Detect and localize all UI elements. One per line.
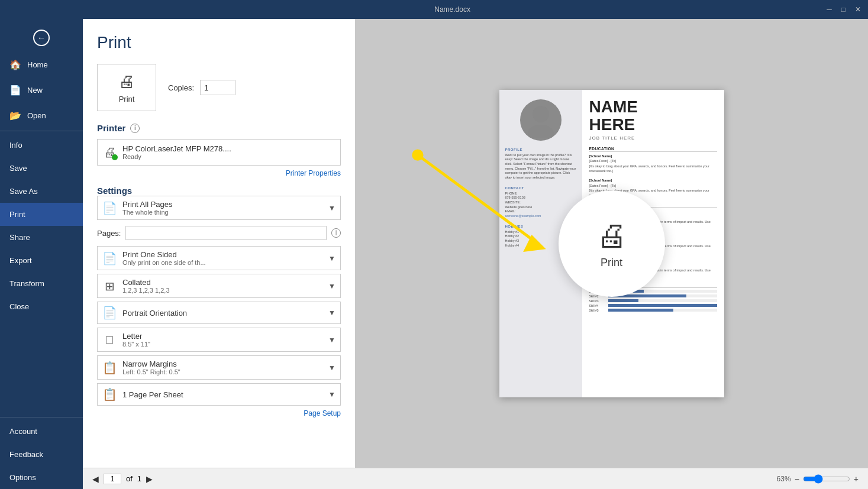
window-controls[interactable]: ─ □ ✕: [827, 5, 861, 14]
dropdown-text: Narrow Margins Left: 0.5" Right: 0.5": [122, 360, 322, 375]
open-icon: 📂: [9, 110, 21, 121]
print-title: Print: [97, 33, 341, 52]
sidebar-item-feedback[interactable]: Feedback: [0, 443, 83, 466]
page-setup-link[interactable]: Page Setup: [97, 409, 341, 417]
sidebar-item-new[interactable]: 📄 New: [0, 77, 83, 103]
contact-label: CONTACT: [505, 186, 576, 190]
sidebar-divider-bottom: [0, 417, 83, 417]
dropdown-sub: Only print on one side of th...: [122, 259, 322, 266]
sidebar-item-options[interactable]: Options: [0, 466, 83, 489]
zoom-out-button[interactable]: −: [795, 474, 799, 484]
sidebar-item-export[interactable]: Export: [0, 249, 83, 272]
sidebar-item-label: Home: [27, 60, 48, 69]
resume-name: NAMEHERE: [589, 98, 717, 135]
svg-point-1: [528, 125, 554, 138]
print-one-sided-dropdown[interactable]: 📄 Print One Sided Only print on one side…: [97, 246, 341, 270]
printer-info-icon[interactable]: i: [130, 124, 140, 133]
maximize-button[interactable]: □: [841, 5, 846, 14]
contact-text: PHONE: 678-555-0103 WEBSITE: Website goe…: [505, 192, 576, 219]
sidebar-item-account[interactable]: Account: [0, 420, 83, 443]
total-pages: 1: [137, 474, 141, 483]
skill-bar-bg: [608, 309, 717, 312]
dropdown-text: Print One Sided Only print on one side o…: [122, 250, 322, 266]
svg-point-0: [533, 106, 549, 122]
prev-page-button[interactable]: ◀: [92, 474, 99, 484]
dropdown-main: Portrait Orientation: [122, 309, 322, 318]
portrait-orientation-dropdown[interactable]: 📄 Portrait Orientation ▼: [97, 302, 341, 324]
zoom-in-button[interactable]: +: [854, 474, 859, 484]
dropdown-main: Letter: [122, 332, 322, 341]
pages-info-icon[interactable]: i: [331, 228, 341, 238]
zoom-slider[interactable]: [803, 474, 850, 484]
skill-row: Skill #3: [589, 299, 717, 303]
profile-label: PROFILE: [505, 148, 576, 151]
skill-bar-fill: [608, 309, 673, 312]
dropdown-main: Print All Pages: [122, 200, 322, 209]
sidebar-item-label: Info: [9, 141, 22, 150]
person-avatar-icon: [523, 102, 559, 138]
sidebar-item-open[interactable]: 📂 Open: [0, 103, 83, 128]
close-button[interactable]: ✕: [855, 5, 861, 14]
sidebar-item-label: Open: [27, 111, 46, 120]
next-page-button[interactable]: ▶: [146, 474, 153, 484]
printer-section-title: Printer i: [97, 123, 341, 133]
pages-per-sheet-dropdown[interactable]: 📋 1 Page Per Sheet ▼: [97, 383, 341, 406]
education-label: EDUCATION: [589, 147, 717, 152]
dropdown-main: Narrow Margins: [122, 360, 322, 368]
print-circle-overlay: 🖨 Print: [559, 190, 665, 297]
print-all-pages-dropdown[interactable]: 📄 Print All Pages The whole thing ▼: [97, 196, 341, 220]
chevron-down-icon: ▼: [328, 309, 335, 317]
of-label: of: [126, 474, 133, 483]
collated-dropdown[interactable]: ⊞ Collated 1,2,3 1,2,3 1,2,3 ▼: [97, 274, 341, 298]
skill-row: Skill #4: [589, 304, 717, 307]
skill-bar-fill: [608, 299, 639, 302]
skill-bar-bg: [608, 294, 717, 297]
app-body: ← 🏠 Home 📄 New 📂 Open Info Save Save As …: [0, 19, 868, 489]
margins-dropdown[interactable]: 📋 Narrow Margins Left: 0.5" Right: 0.5" …: [97, 355, 341, 380]
skill-label: Skill #4: [589, 304, 606, 307]
printer-status: Ready: [122, 153, 334, 160]
printer-name: HP ColorLaserJet MFP M278....: [122, 144, 334, 153]
minimize-button[interactable]: ─: [827, 5, 832, 14]
copies-input[interactable]: [200, 80, 235, 95]
current-page-input[interactable]: [104, 474, 121, 484]
letter-size-dropdown[interactable]: □ Letter 8.5" x 11" ▼: [97, 328, 341, 352]
svg-point-4: [412, 150, 423, 161]
margins-icon: 📋: [102, 361, 117, 375]
sidebar-item-transform[interactable]: Transform: [0, 272, 83, 295]
print-panel: Print 🖨 Print Copies: Printer i: [83, 19, 868, 468]
print-button[interactable]: 🖨 Print: [97, 64, 156, 111]
sidebar-item-print[interactable]: Print: [0, 203, 83, 226]
pages-input[interactable]: [125, 226, 327, 240]
dropdown-text: Portrait Orientation: [122, 309, 322, 318]
pages-label: Pages:: [97, 229, 121, 238]
sidebar-item-home[interactable]: 🏠 Home: [0, 52, 83, 77]
sidebar-item-label: Transform: [9, 279, 44, 288]
sidebar-item-share[interactable]: Share: [0, 226, 83, 249]
sidebar-item-label: Save As: [9, 187, 38, 196]
sidebar-item-label: Export: [9, 256, 32, 265]
print-settings-panel: Print 🖨 Print Copies: Printer i: [83, 19, 355, 468]
document-title: Name.docx: [78, 5, 827, 14]
chevron-down-icon: ▼: [328, 390, 335, 399]
sidebar-item-save-as[interactable]: Save As: [0, 180, 83, 203]
page-icon: 📄: [102, 201, 117, 215]
sidebar-item-close[interactable]: Close: [0, 295, 83, 318]
dropdown-text: Print All Pages The whole thing: [122, 200, 322, 216]
page-navigation: ◀ of 1 ▶: [92, 474, 153, 484]
printer-ready-dot: [112, 154, 118, 160]
sidebar-item-info[interactable]: Info: [0, 134, 83, 157]
chevron-down-icon: ▼: [328, 364, 335, 372]
sidebar-item-label: Print: [9, 210, 25, 219]
dropdown-main: 1 Page Per Sheet: [122, 390, 322, 399]
sidebar-item-save[interactable]: Save: [0, 157, 83, 180]
profile-section: PROFILE Want to put your own image in th…: [505, 148, 576, 180]
dropdown-main: Print One Sided: [122, 250, 322, 259]
printer-row[interactable]: 🖨 HP ColorLaserJet MFP M278.... Ready: [97, 139, 341, 166]
printer-properties-link[interactable]: Printer Properties: [97, 169, 341, 177]
back-button[interactable]: ←: [0, 24, 83, 52]
email: someone@example.com: [505, 214, 541, 218]
back-circle-icon: ←: [33, 30, 50, 46]
sidebar-item-label: Save: [9, 164, 27, 173]
letter-icon: □: [102, 333, 117, 346]
